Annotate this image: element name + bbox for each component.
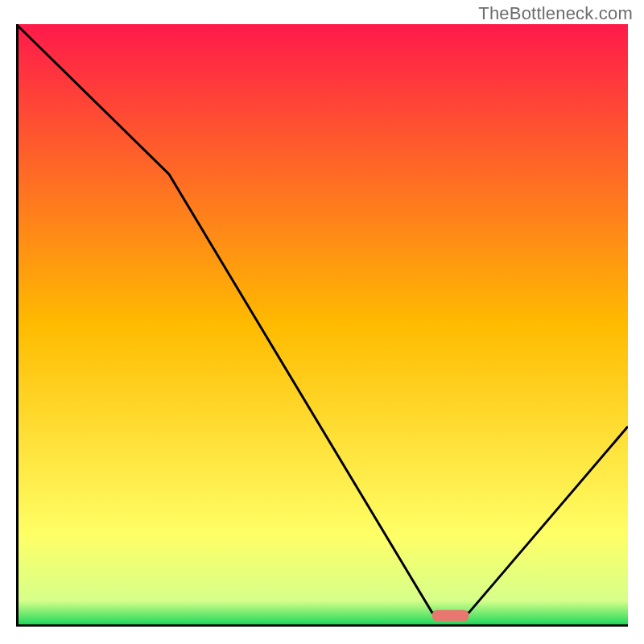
chart-container: TheBottleneck.com — [0, 0, 644, 644]
chart-svg — [16, 24, 628, 628]
plot-area — [16, 24, 628, 628]
watermark-text: TheBottleneck.com — [478, 3, 633, 24]
optimum-marker — [432, 610, 469, 621]
